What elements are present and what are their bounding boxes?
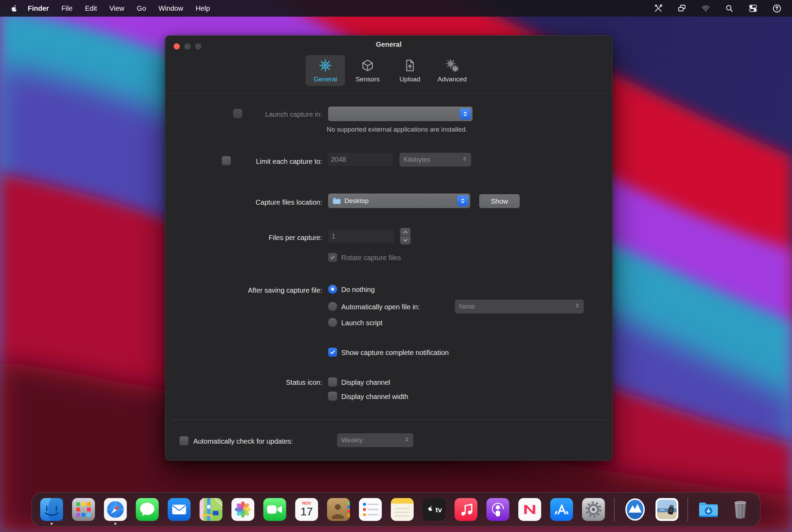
gear-icon <box>318 59 332 74</box>
dock-news-icon[interactable] <box>518 498 541 521</box>
dock-calendar-icon[interactable]: NOV 17 <box>295 498 318 521</box>
show-button-label: Show <box>491 197 508 205</box>
display-channel-label: Display channel <box>341 379 390 387</box>
toolbar-tabs: General Sensors Upload <box>165 55 612 86</box>
popup-chevrons-icon <box>460 108 471 119</box>
menu-view[interactable]: View <box>109 5 124 12</box>
updates-frequency-value: Weekly <box>341 436 363 444</box>
display-channel-width-checkbox[interactable] <box>328 392 337 401</box>
window-title: General <box>165 41 612 48</box>
tab-general[interactable]: General <box>306 55 345 86</box>
limit-capture-unit-value: Kilobytes <box>404 156 430 163</box>
rotate-capture-checkbox <box>328 253 337 262</box>
toolbar-divider <box>165 93 612 94</box>
dock-tv-icon[interactable]: tv <box>423 498 446 521</box>
auto-open-radio[interactable] <box>328 302 337 311</box>
dock-system-preferences-icon[interactable] <box>582 498 605 521</box>
dock-salt-app-icon[interactable] <box>655 498 678 521</box>
dock-podcasts-icon[interactable] <box>486 498 509 521</box>
limit-capture-size-value: 2048 <box>331 156 346 163</box>
display-channel-width-label: Display channel width <box>341 393 408 401</box>
auto-open-popup: None <box>455 300 584 313</box>
dock-contacts-icon[interactable] <box>327 498 350 521</box>
auto-open-label: Automatically open file in: <box>341 303 420 311</box>
calendar-month: NOV <box>302 501 311 506</box>
dock-finder-icon[interactable] <box>40 498 63 521</box>
tab-upload[interactable]: Upload <box>390 55 430 86</box>
menu-bar: Finder File Edit View Go Window Help <box>0 0 792 17</box>
notification-checkbox[interactable] <box>328 348 337 357</box>
notification-label: Show capture complete notification <box>341 349 449 357</box>
dock-messages-icon[interactable] <box>136 498 159 521</box>
upload-document-icon <box>403 59 417 74</box>
dock-notes-icon[interactable] <box>391 498 414 521</box>
dock-safari-icon[interactable] <box>104 498 127 521</box>
display-channel-checkbox[interactable] <box>328 378 337 387</box>
menu-app-name[interactable]: Finder <box>28 5 49 12</box>
tools-menu-icon[interactable] <box>654 4 663 13</box>
apple-menu-icon[interactable] <box>10 5 18 12</box>
popup-chevrons-icon <box>404 436 410 444</box>
popup-chevrons-icon <box>574 303 580 310</box>
wifi-icon[interactable] <box>701 4 711 13</box>
dock-launchpad-icon[interactable] <box>72 498 95 521</box>
dock-capture-app-icon[interactable] <box>624 498 646 521</box>
dock-music-icon[interactable] <box>455 498 477 521</box>
auto-open-value: None <box>459 303 475 310</box>
menu-help[interactable]: Help <box>196 5 210 12</box>
dock-separator <box>687 497 688 522</box>
tab-upload-label: Upload <box>399 76 420 83</box>
launch-capture-label: Launch capture in: <box>246 110 322 118</box>
do-nothing-radio[interactable] <box>328 285 337 294</box>
capture-location-value: Desktop <box>344 197 369 205</box>
limit-capture-label: Limit each capture to: <box>234 158 322 166</box>
tv-label: tv <box>435 506 442 514</box>
tab-sensors-label: Sensors <box>355 76 380 83</box>
stepper-up-icon <box>400 228 411 236</box>
calendar-day: 17 <box>300 505 313 518</box>
check-updates-checkbox[interactable] <box>179 436 188 445</box>
dock-mail-icon[interactable] <box>168 498 191 521</box>
menu-window[interactable]: Window <box>159 5 183 12</box>
rotate-capture-label: Rotate capture files <box>341 254 401 262</box>
windows-menu-icon[interactable] <box>677 4 686 13</box>
after-saving-label: After saving capture file: <box>217 286 322 294</box>
clock-arrow-icon[interactable] <box>772 4 782 13</box>
dock: NOV 17 <box>32 492 760 527</box>
dock-reminders-icon[interactable] <box>359 498 382 521</box>
menu-file[interactable]: File <box>61 5 72 12</box>
dock-trash-icon[interactable] <box>729 498 752 521</box>
launch-capture-popup[interactable] <box>328 107 473 121</box>
capture-location-label: Capture files location: <box>217 198 322 206</box>
show-button[interactable]: Show <box>479 194 520 208</box>
tab-advanced[interactable]: Advanced <box>432 55 472 86</box>
folder-icon <box>332 197 341 205</box>
launch-script-label: Launch script <box>341 319 382 327</box>
do-nothing-label: Do nothing <box>341 286 375 294</box>
spotlight-search-icon[interactable] <box>725 4 734 13</box>
dock-separator <box>614 497 615 522</box>
control-center-icon[interactable] <box>748 4 758 13</box>
dock-app-store-icon[interactable] <box>550 498 573 521</box>
launch-script-radio[interactable] <box>328 318 337 327</box>
check-updates-label: Automatically check for updates: <box>193 437 293 445</box>
capture-location-popup[interactable]: Desktop <box>328 194 470 208</box>
limit-capture-checkbox[interactable] <box>222 156 231 165</box>
updates-frequency-popup: Weekly <box>337 433 413 447</box>
stepper-down-icon <box>400 236 411 245</box>
double-gear-icon <box>445 59 459 74</box>
dock-maps-icon[interactable] <box>200 498 222 521</box>
launch-capture-checkbox <box>233 109 242 118</box>
files-per-capture-value: 1 <box>332 232 335 240</box>
files-per-capture-label: Files per capture: <box>217 234 322 242</box>
dock-photos-icon[interactable] <box>231 498 254 521</box>
dock-facetime-icon[interactable] <box>263 498 286 521</box>
desktop: Finder File Edit View Go Window Help <box>0 0 792 532</box>
popup-chevrons-icon <box>457 195 468 206</box>
menu-go[interactable]: Go <box>137 5 146 12</box>
tab-sensors[interactable]: Sensors <box>348 55 387 86</box>
menu-edit[interactable]: Edit <box>85 5 97 12</box>
preferences-window: General General Sensors <box>165 35 613 461</box>
dock-downloads-folder-icon[interactable] <box>697 498 720 521</box>
section-divider <box>171 419 606 420</box>
